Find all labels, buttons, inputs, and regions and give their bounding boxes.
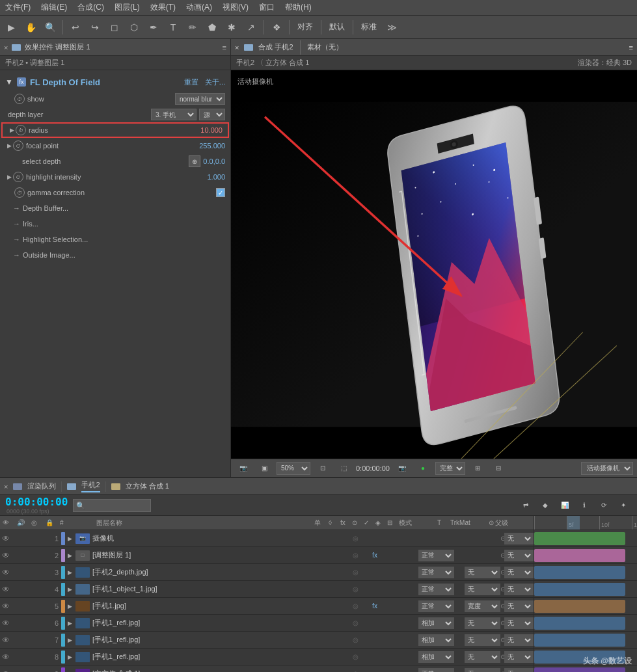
tool-pen[interactable]: ✒ [145, 19, 162, 36]
layer-expand-4[interactable]: ▶ [68, 586, 75, 593]
sw-solo-6[interactable]: ◎ [351, 619, 360, 626]
timeline-tab-render[interactable]: 渲染队列 [27, 481, 56, 491]
preview-breadcrumb-left[interactable]: 手机2 〈 立方体 合成 1 [236, 58, 309, 68]
parent-select-4[interactable]: 无 [504, 584, 534, 595]
zoom-select[interactable]: 50% 100% [277, 462, 310, 475]
layer-mode-9[interactable]: 正常 [418, 668, 454, 673]
param-dropdown-depth-layer-source[interactable]: 3. 手机 [151, 109, 197, 120]
region-btn[interactable]: ⬚ [335, 460, 352, 477]
layer-expand-1[interactable]: ▶ [68, 535, 75, 542]
sw-solo-8[interactable]: ◎ [351, 653, 360, 660]
preview-snap-btn[interactable]: 📷 [235, 460, 252, 477]
parent-select-2[interactable]: 无 [504, 550, 534, 561]
tool-poly[interactable]: ⬡ [126, 19, 142, 36]
track-block-4[interactable] [534, 583, 625, 596]
layer-vis-3[interactable]: 👁 [0, 568, 12, 577]
param-row-outside-image[interactable]: → Outside Image... [0, 247, 230, 263]
tool-eraser[interactable]: ✱ [223, 19, 240, 36]
menu-item-animate[interactable]: 动画(A) [186, 2, 212, 13]
quality-select[interactable]: 完整 1/2 [435, 462, 465, 475]
param-value-highlight-intensity[interactable]: 1.000 [207, 173, 225, 181]
layer-vis-1[interactable]: 👁 [0, 534, 12, 543]
parent-select-8[interactable]: 无 [504, 651, 534, 663]
sw-solo-4[interactable]: ◎ [351, 585, 360, 593]
track-block-9[interactable] [534, 667, 625, 672]
parent-select-7[interactable]: 无 [504, 634, 534, 646]
mode-select-7[interactable]: 相加 [418, 634, 454, 646]
fit-btn[interactable]: ⊡ [314, 460, 331, 477]
mode-select-2[interactable]: 正常 [418, 550, 454, 561]
param-dropdown-show[interactable]: normal blur [175, 93, 225, 105]
mode-select-6[interactable]: 相加 [418, 617, 454, 629]
trkmat-select-9[interactable]: 无 [465, 668, 500, 673]
expand-icon-radius[interactable]: ▶ [8, 126, 16, 134]
menu-item-help[interactable]: 帮助(H) [285, 2, 312, 13]
effect-reset-btn[interactable]: 重置 [184, 77, 198, 87]
trkmat-select-7[interactable]: 无 [465, 634, 500, 646]
tool-undo[interactable]: ↩ [67, 19, 84, 36]
layer-vis-5[interactable]: 👁 [0, 602, 12, 611]
mode-select-4[interactable]: 正常 [418, 584, 454, 595]
timeline-tab-cube[interactable]: 立方体 合成 1 [126, 481, 169, 491]
stopwatch-icon-highlight[interactable]: ⏱ [13, 172, 23, 182]
menu-item-window[interactable]: 窗口 [259, 2, 275, 13]
stopwatch-icon-focal[interactable]: ⏱ [13, 141, 23, 151]
crosshair-icon[interactable]: ⊕ [189, 155, 200, 167]
sw-solo-7[interactable]: ◎ [351, 636, 360, 643]
timeline-goto-btn[interactable]: ⇄ [517, 497, 534, 514]
expand-icon-highlight[interactable]: ▶ [5, 173, 13, 181]
tool-text[interactable]: T [165, 19, 182, 36]
layer-expand-3[interactable]: ▶ [68, 569, 75, 576]
param-value-focal[interactable]: 255.000 [199, 142, 225, 150]
menu-item-view[interactable]: 视图(V) [223, 2, 249, 13]
timeline-marker-btn[interactable]: ◆ [537, 497, 554, 514]
camera-snap-btn[interactable]: 📷 [394, 460, 411, 477]
tool-zoom[interactable]: 🔍 [42, 19, 59, 36]
trkmat-select-4[interactable]: 无 [465, 584, 500, 595]
param-row-iris[interactable]: → Iris... [0, 216, 230, 232]
layer-expand-2[interactable]: ▶ [68, 552, 75, 559]
layer-expand-7[interactable]: ▶ [68, 637, 75, 643]
track-block-7[interactable] [534, 634, 625, 647]
layer-vis-7[interactable]: 👁 [0, 636, 12, 645]
stopwatch-icon-radius[interactable]: ⏱ [16, 125, 26, 135]
menu-item-compose[interactable]: 合成(C) [77, 2, 104, 13]
layer-expand-8[interactable]: ▶ [68, 654, 75, 660]
param-row-depth-buffer[interactable]: → Depth Buffer... [0, 200, 230, 216]
sw-solo-3[interactable]: ◎ [351, 569, 360, 576]
mode-select-5[interactable]: 正常 [418, 600, 454, 612]
camera-select[interactable]: 活动摄像机 [581, 462, 633, 475]
tool-puppet[interactable]: ↗ [243, 19, 260, 36]
tool-hand[interactable]: ✋ [22, 19, 39, 36]
stopwatch-icon-show[interactable]: ⏱ [14, 94, 25, 104]
layer-mode-2[interactable]: 正常 [418, 550, 454, 561]
parent-select-3[interactable]: 无 [504, 567, 534, 578]
track-block-1[interactable] [534, 532, 625, 545]
track-block-3[interactable] [534, 566, 625, 579]
tool-expand[interactable]: ≫ [383, 19, 400, 36]
mode-select-9[interactable]: 正常 [418, 668, 454, 673]
layer-vis-2[interactable]: 👁 [0, 551, 12, 560]
sw-solo-2[interactable]: ◎ [351, 552, 360, 559]
param-value-radius[interactable]: 10.000 [200, 126, 223, 134]
layer-vis-9[interactable]: 👁 [0, 669, 12, 673]
track-block-2[interactable] [534, 549, 625, 562]
layer-mode-8[interactable]: 相加 [418, 651, 454, 663]
effect-about-btn[interactable]: 关于... [205, 77, 225, 87]
expand-icon-focal[interactable]: ▶ [5, 142, 13, 150]
layer-mode-3[interactable]: 正常 [418, 567, 454, 578]
parent-select-6[interactable]: 无 [504, 617, 534, 629]
parent-select-5[interactable]: 无 [504, 600, 534, 612]
param-value-select-depth[interactable]: 0.0,0.0 [203, 157, 225, 165]
menu-item-effect[interactable]: 效果(T) [150, 2, 176, 13]
parent-select-1[interactable]: 无 [504, 533, 534, 544]
menu-item-layer[interactable]: 图层(L) [115, 2, 140, 13]
trkmat-select-6[interactable]: 无 [465, 617, 500, 629]
sw-solo-5[interactable]: ◎ [351, 602, 360, 610]
tool-brush[interactable]: ✏ [184, 19, 201, 36]
trkmat-select-5[interactable]: 宽度 [465, 600, 500, 612]
timeline-draft-btn[interactable]: ✦ [615, 497, 632, 514]
track-block-6[interactable] [534, 617, 625, 630]
tool-stamp[interactable]: ⬟ [204, 19, 221, 36]
menu-item-edit[interactable]: 编辑(E) [41, 2, 67, 13]
